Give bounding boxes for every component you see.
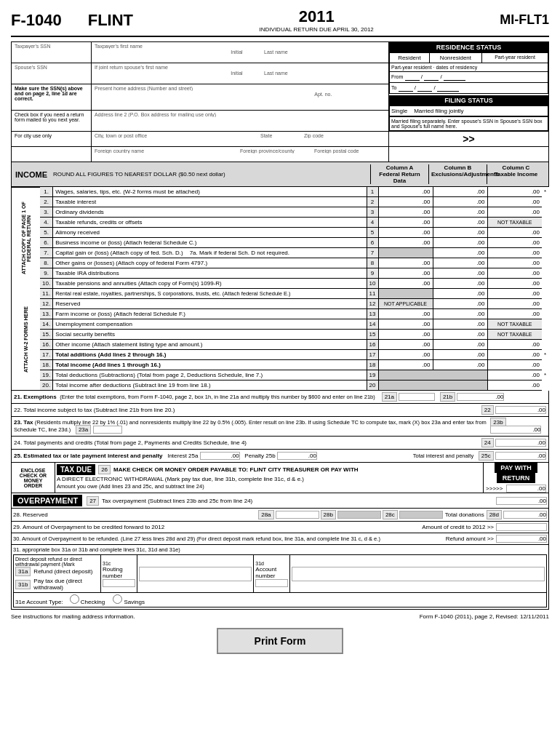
line-17-cola-input[interactable]	[383, 351, 431, 358]
taxpayer-first-name-input[interactable]	[95, 49, 225, 55]
line-3-colb-input[interactable]	[438, 209, 485, 215]
line-2-colb-input[interactable]	[438, 199, 485, 205]
foreign-country-input[interactable]	[95, 154, 237, 160]
line-11-colb-input[interactable]	[438, 290, 485, 297]
line-9-colc-input[interactable]	[496, 270, 540, 276]
line-14-cola-input[interactable]	[383, 321, 431, 327]
line-5-colc-input[interactable]	[496, 229, 540, 236]
line-12-colb-input[interactable]	[438, 300, 485, 307]
line-28b-input[interactable]	[337, 511, 381, 519]
line-28a-input[interactable]	[276, 511, 319, 519]
line-18-colb-input[interactable]	[438, 362, 485, 368]
line-28d-input[interactable]	[503, 511, 547, 519]
line-25c-input[interactable]	[495, 452, 546, 460]
address2-input[interactable]	[95, 117, 385, 124]
line-8-colb-input[interactable]	[438, 260, 485, 266]
line-4-cola-input[interactable]	[383, 219, 431, 226]
line-15-colb-input[interactable]	[438, 331, 485, 338]
line-7-colc-input[interactable]	[496, 250, 540, 256]
line-8-colc-input[interactable]	[496, 260, 540, 266]
line-18-cola-input[interactable]	[383, 362, 431, 368]
to-month[interactable]	[417, 84, 432, 92]
line-6-colb-input[interactable]	[438, 239, 485, 246]
line-3-cola-input[interactable]	[383, 209, 431, 215]
line-10-colc-input[interactable]	[496, 280, 540, 287]
line-13-cola-input[interactable]	[383, 311, 431, 317]
routing-number-input[interactable]	[103, 579, 135, 587]
spouse-initial-input[interactable]	[244, 70, 259, 76]
foreign-postal-input[interactable]	[314, 154, 385, 160]
line-28c-input[interactable]	[399, 511, 443, 519]
foreign-province-input[interactable]	[240, 154, 311, 160]
checking-radio[interactable]	[70, 594, 79, 604]
line-13-colc-input[interactable]	[496, 311, 540, 317]
line-20-colc-input[interactable]	[496, 382, 540, 389]
initial-input[interactable]	[244, 49, 259, 55]
line-29-input[interactable]	[496, 523, 547, 531]
line-15-cola-input[interactable]	[383, 331, 431, 338]
line-30-input[interactable]	[496, 535, 547, 543]
line-23b-input[interactable]	[490, 426, 541, 434]
account-number-fields[interactable]	[292, 567, 545, 581]
to-date[interactable]	[399, 84, 413, 92]
line-24-input[interactable]	[495, 439, 546, 447]
account-number-input[interactable]	[255, 579, 288, 587]
line-17-colc-input[interactable]	[496, 351, 540, 358]
line-6-colc-input[interactable]	[496, 239, 540, 246]
line-21a-input[interactable]	[399, 393, 435, 401]
line-13-colb-input[interactable]	[438, 311, 485, 317]
line-1-colb-input[interactable]	[438, 188, 485, 195]
from-year[interactable]	[444, 73, 465, 81]
address-input[interactable]	[95, 91, 313, 97]
line-3-colc-input[interactable]	[496, 209, 540, 215]
line-16-colb-input[interactable]	[438, 341, 485, 348]
line-2-cola-input[interactable]	[383, 199, 431, 205]
line-14-colb-input[interactable]	[438, 321, 485, 327]
line-25b-input[interactable]	[277, 452, 317, 460]
state-input[interactable]	[260, 138, 301, 145]
line-5-colb-input[interactable]	[438, 229, 485, 236]
taxpayer-ssn-input[interactable]	[15, 49, 88, 55]
line-1-colc[interactable]	[487, 187, 542, 197]
line-2-colc-input[interactable]	[496, 199, 540, 205]
line-7-colb-input[interactable]	[438, 250, 485, 256]
line-19-colc-input[interactable]	[496, 372, 540, 378]
line-6-cola-input[interactable]	[383, 239, 431, 246]
line-1-cola-input[interactable]	[383, 188, 431, 195]
line-1-colc-input[interactable]	[496, 188, 540, 195]
line-8-cola-input[interactable]	[383, 260, 431, 266]
routing-number-fields[interactable]	[139, 567, 252, 581]
from-date[interactable]	[405, 73, 420, 81]
zip-input[interactable]	[304, 138, 385, 145]
line-9-colb-input[interactable]	[438, 270, 485, 276]
line-21b-input[interactable]	[457, 393, 504, 401]
line-18-colc-input[interactable]	[496, 362, 540, 368]
line-23a-input[interactable]	[93, 426, 122, 434]
overpayment-line27-input[interactable]	[496, 497, 547, 505]
line-16-colc-input[interactable]	[496, 341, 540, 348]
line-17-colb-input[interactable]	[438, 351, 485, 358]
spouse-first-name-input[interactable]	[95, 70, 225, 76]
apt-no-input[interactable]	[334, 91, 377, 97]
line-10-colb-input[interactable]	[438, 280, 485, 287]
line-25a-input[interactable]	[200, 452, 240, 460]
line-5-cola-input[interactable]	[383, 229, 431, 236]
line-1-colb[interactable]	[433, 187, 487, 197]
line-1-cola[interactable]	[378, 187, 433, 197]
spouse-last-name-input[interactable]	[289, 70, 362, 76]
tax-due-amount-input[interactable]	[506, 485, 546, 493]
spouse-ssn-input[interactable]	[15, 70, 88, 76]
line-10-cola-input[interactable]	[383, 280, 431, 287]
print-form-button[interactable]: Print Form	[217, 628, 344, 654]
line-4-colb-input[interactable]	[438, 219, 485, 226]
line-11-colc-input[interactable]	[496, 290, 540, 297]
city-input[interactable]	[95, 138, 257, 145]
line-12-colc-input[interactable]	[496, 300, 540, 307]
savings-radio[interactable]	[113, 594, 122, 604]
from-month[interactable]	[424, 73, 439, 81]
to-year[interactable]	[437, 84, 459, 92]
last-name-input[interactable]	[289, 49, 362, 55]
line-16-cola-input[interactable]	[383, 341, 431, 348]
line-9-cola-input[interactable]	[383, 270, 431, 276]
line-22-input[interactable]	[495, 406, 546, 414]
